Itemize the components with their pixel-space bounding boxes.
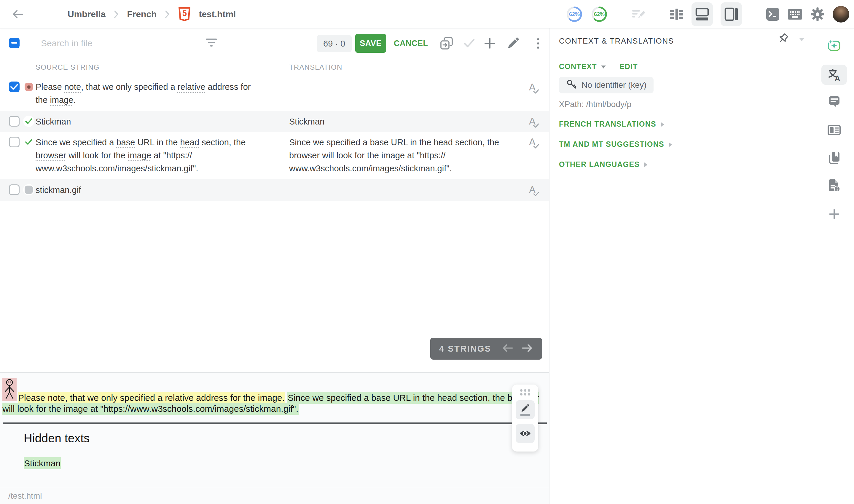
table-header: SOURCE STRING TRANSLATION <box>0 59 549 75</box>
duplicate-apply-icon[interactable] <box>440 36 454 50</box>
strings-toolbar: 69 · 0 SAVE CANCEL <box>0 29 549 59</box>
table-row[interactable]: Please note, that we only specified a re… <box>0 75 549 111</box>
gear-icon[interactable] <box>810 7 825 22</box>
key-identifier-chip[interactable]: No identifier (key) <box>559 77 654 93</box>
section-other-languages[interactable]: OTHER LANGUAGES <box>559 160 647 169</box>
source-string[interactable]: Since we specified a base URL in the hea… <box>36 136 263 175</box>
pin-icon[interactable] <box>776 33 790 46</box>
progress-ring-source: 62% <box>566 6 583 23</box>
chevron-right-icon <box>164 11 170 18</box>
translate-icon[interactable]: A <box>827 68 841 82</box>
spellcheck-icon[interactable]: A <box>529 184 541 198</box>
context-card-icon[interactable] <box>827 123 841 137</box>
svg-text:A: A <box>835 74 840 82</box>
chevron-down-icon <box>601 66 606 69</box>
row-checkbox[interactable] <box>9 116 20 127</box>
kebab-menu-icon[interactable] <box>531 36 545 50</box>
add-string-icon[interactable] <box>483 36 497 50</box>
file-path-bar: /test.html <box>0 488 549 504</box>
chevron-right-icon <box>669 142 672 147</box>
edit-context-button[interactable]: EDIT <box>620 62 638 71</box>
arrow-left-icon[interactable] <box>502 343 514 354</box>
right-icon-rail: A <box>814 29 854 504</box>
save-button[interactable]: SAVE <box>355 34 386 53</box>
avatar[interactable] <box>833 6 849 22</box>
row-checkbox[interactable] <box>9 82 20 92</box>
table-columns-icon[interactable] <box>670 7 684 21</box>
menu-icon[interactable] <box>37 11 48 18</box>
right-panel-icon[interactable] <box>720 2 742 26</box>
strings-count-label: 4 STRINGS <box>439 344 491 354</box>
context-dropdown[interactable]: CONTEXT <box>559 62 597 71</box>
status-untranslated-icon <box>23 81 34 92</box>
bottom-panel-icon[interactable] <box>692 2 713 26</box>
chevron-right-icon <box>661 122 664 127</box>
filter-icon[interactable] <box>206 38 217 48</box>
html5-icon: 5 <box>178 7 191 21</box>
row-checkbox[interactable] <box>9 137 20 147</box>
sidebar-title: CONTEXT & TRANSLATIONS <box>559 36 674 46</box>
glossary-icon[interactable] <box>827 151 841 165</box>
preview-paragraph[interactable]: Please note, that we only specified a re… <box>2 378 549 414</box>
comments-icon[interactable] <box>827 95 841 109</box>
spellcheck-icon[interactable]: A <box>529 115 541 130</box>
hidden-texts-heading: Hidden texts <box>24 432 90 445</box>
source-string[interactable]: Stickman <box>36 115 263 128</box>
chevron-right-icon <box>644 162 647 167</box>
key-identifier-label: No identifier (key) <box>582 80 646 90</box>
breadcrumb-file[interactable]: test.html <box>199 9 236 19</box>
column-source: SOURCE STRING <box>36 59 100 75</box>
cancel-button[interactable]: CANCEL <box>394 34 428 53</box>
strings-panel: 69 · 0 SAVE CANCEL SOURCE STRING TRANSLA… <box>0 29 550 504</box>
edit-pencil-icon[interactable] <box>506 36 520 50</box>
edit-tasks-disabled-icon <box>631 8 646 21</box>
status-hidden-icon <box>23 184 34 195</box>
ai-assistant-icon[interactable] <box>827 38 841 53</box>
preview-floating-toolbar <box>512 384 538 451</box>
edit-pencil-icon[interactable] <box>516 400 535 419</box>
eye-icon[interactable] <box>516 424 535 443</box>
context-sidebar: CONTEXT & TRANSLATIONS CONTEXT EDIT No i… <box>550 29 814 504</box>
table-row[interactable]: stickman.gif A <box>0 179 549 201</box>
arrow-right-icon[interactable] <box>521 343 533 354</box>
status-translated-icon <box>23 115 34 127</box>
breadcrumb-language[interactable]: French <box>127 9 157 19</box>
file-path: /test.html <box>8 491 42 501</box>
stickman-image[interactable] <box>2 378 17 401</box>
html-preview: Please note, that we only specified a re… <box>0 373 549 488</box>
translation-cell[interactable]: Stickman <box>289 115 526 128</box>
section-tm-mt-suggestions[interactable]: TM AND MT SUGGESTIONS <box>559 140 672 148</box>
select-all-checkbox[interactable] <box>9 38 20 48</box>
topbar: Umbrella French 5 test.html <box>0 0 854 29</box>
chevron-right-icon <box>113 11 119 18</box>
document-info-icon[interactable] <box>827 179 841 193</box>
approve-check-icon <box>462 36 477 50</box>
strings-count-badge: 4 STRINGS <box>430 338 542 360</box>
table-row[interactable]: Stickman Stickman A <box>0 111 549 132</box>
keyboard-shortcuts-icon[interactable] <box>787 7 802 21</box>
hidden-text-item[interactable]: Stickman <box>24 458 61 468</box>
progress-ring-target: 62% <box>591 6 608 23</box>
xpath-label: XPath: /html/body/p <box>559 100 631 109</box>
back-arrow-icon[interactable] <box>11 8 24 21</box>
preview-hr <box>3 422 547 424</box>
table-row[interactable]: Since we specified a base URL in the hea… <box>0 132 549 179</box>
column-translation: TRANSLATION <box>289 59 342 75</box>
status-translated-icon <box>23 137 34 148</box>
breadcrumb: Umbrella French 5 test.html <box>68 7 236 21</box>
spellcheck-icon[interactable]: A <box>529 137 541 150</box>
spellcheck-icon[interactable]: A <box>529 82 541 96</box>
source-string[interactable]: Please note, that we only specified a re… <box>36 80 263 106</box>
drag-handle-icon[interactable] <box>520 389 530 396</box>
section-french-translations[interactable]: FRENCH TRANSLATIONS <box>559 120 664 128</box>
search-input[interactable] <box>41 36 195 51</box>
translation-cell[interactable]: Since we specified a base URL in the hea… <box>289 136 526 175</box>
source-string[interactable]: stickman.gif <box>36 183 263 197</box>
chevron-down-icon[interactable] <box>799 38 804 41</box>
string-counter: 69 · 0 <box>317 35 352 52</box>
row-checkbox[interactable] <box>9 184 20 195</box>
breadcrumb-project[interactable]: Umbrella <box>68 9 106 19</box>
terminal-icon[interactable] <box>766 7 780 21</box>
key-icon <box>566 79 577 92</box>
add-panel-icon[interactable] <box>827 207 841 221</box>
